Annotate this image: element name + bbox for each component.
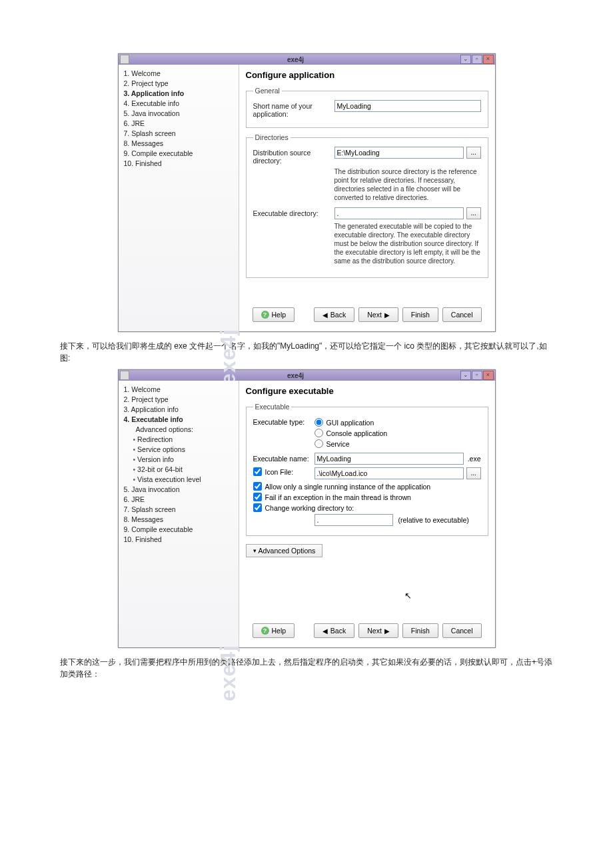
- back-button[interactable]: ◀Back: [314, 307, 354, 322]
- icon-file-checkbox[interactable]: Icon File:: [253, 467, 314, 476]
- wizard-sidebar: 1. Welcome 2. Project type 3. Applicatio…: [119, 65, 239, 331]
- step-32-64[interactable]: 32-bit or 64-bit: [133, 465, 233, 475]
- step-executable-info[interactable]: 4. Executable info: [124, 99, 233, 109]
- back-button[interactable]: ◀Back: [314, 623, 354, 638]
- page-title: Configure executable: [246, 386, 488, 396]
- minimize-icon[interactable]: ⌄: [460, 371, 471, 380]
- maximize-icon[interactable]: ▫: [472, 55, 482, 64]
- working-dir-input[interactable]: [314, 514, 393, 526]
- minimize-icon[interactable]: ⌄: [460, 55, 471, 64]
- close-icon[interactable]: ×: [483, 371, 494, 380]
- arrow-right-icon: ▶: [384, 311, 390, 319]
- executable-group: Executable Executable type: GUI applicat…: [246, 403, 488, 536]
- exe-dir-help: The generated executable will be copied …: [334, 222, 481, 265]
- step-messages[interactable]: 8. Messages: [124, 139, 233, 149]
- fail-exception-checkbox[interactable]: Fail if an exception in the main thread …: [253, 493, 481, 501]
- step-java-invocation[interactable]: 5. Java invocation: [124, 109, 233, 119]
- single-instance-checkbox[interactable]: Allow only a single running instance of …: [253, 482, 481, 491]
- step-splash[interactable]: 7. Splash screen: [124, 505, 233, 515]
- next-button[interactable]: Next▶: [358, 307, 398, 322]
- step-redirection[interactable]: Redirection: [133, 435, 233, 445]
- next-button[interactable]: Next▶: [358, 623, 398, 638]
- step-application-info[interactable]: 3. Application info: [124, 405, 233, 415]
- exe-suffix: .exe: [464, 453, 481, 463]
- cancel-button[interactable]: Cancel: [442, 623, 482, 638]
- radio-service-input[interactable]: [314, 439, 323, 448]
- exe-type-label: Executable type:: [253, 416, 314, 426]
- main-panel: Configure application General Short name…: [239, 65, 495, 331]
- wd-hint: (relative to executable): [393, 514, 469, 524]
- exe4j-watermark: exe4j: [217, 645, 241, 701]
- radio-gui[interactable]: GUI application: [314, 418, 481, 427]
- help-icon: ?: [261, 311, 269, 319]
- step-project-type[interactable]: 2. Project type: [124, 79, 233, 89]
- step-finished[interactable]: 10. Finished: [124, 159, 233, 169]
- short-name-input[interactable]: [334, 100, 481, 112]
- directories-group: Directories Distribution source director…: [246, 133, 488, 278]
- browse-icon-button[interactable]: ...: [466, 467, 481, 479]
- window-title: exe4j: [132, 372, 460, 379]
- exe-dir-label: Executable directory:: [253, 207, 334, 217]
- step-vista[interactable]: Vista execution level: [133, 475, 233, 485]
- step-messages[interactable]: 8. Messages: [124, 515, 233, 525]
- close-icon[interactable]: ×: [483, 55, 494, 64]
- page-title: Configure application: [246, 70, 488, 80]
- main-panel: Configure executable Executable Executab…: [239, 381, 495, 647]
- radio-console[interactable]: Console application: [314, 429, 481, 437]
- caption-1: 接下来，可以给我们即将生成的 exe 文件起一个名字，如我的"MyLoading…: [60, 340, 553, 364]
- change-wd-checkbox[interactable]: Change working directory to:: [253, 503, 481, 512]
- step-jre[interactable]: 6. JRE: [124, 495, 233, 505]
- cancel-button[interactable]: Cancel: [442, 307, 482, 322]
- wizard-window-2: exe4j ⌄ ▫ × 1. Welcome 2. Project type 3…: [118, 369, 496, 648]
- wizard-sidebar: 1. Welcome 2. Project type 3. Applicatio…: [119, 381, 239, 647]
- step-welcome[interactable]: 1. Welcome: [124, 69, 233, 79]
- browse-exe-button[interactable]: ...: [466, 207, 481, 219]
- finish-button[interactable]: Finish: [402, 623, 438, 638]
- help-icon: ?: [261, 627, 269, 635]
- arrow-left-icon: ◀: [322, 627, 328, 635]
- exe-name-input[interactable]: [314, 453, 464, 465]
- short-name-label: Short name of your application:: [253, 100, 334, 118]
- radio-service[interactable]: Service: [314, 439, 481, 448]
- button-bar: ?Help ◀Back Next▶ Finish Cancel: [246, 303, 488, 326]
- step-jre[interactable]: 6. JRE: [124, 119, 233, 129]
- maximize-icon[interactable]: ▫: [472, 371, 482, 380]
- wizard-window-1: exe4j ⌄ ▫ × 1. Welcome 2. Project type 3…: [118, 53, 496, 332]
- step-compile[interactable]: 9. Compile executable: [124, 149, 233, 159]
- exe-name-label: Executable name:: [253, 453, 314, 463]
- titlebar[interactable]: exe4j ⌄ ▫ ×: [119, 370, 495, 381]
- dist-dir-input[interactable]: [334, 147, 464, 159]
- icon-cb-input[interactable]: [253, 467, 262, 476]
- directories-legend: Directories: [253, 133, 291, 141]
- app-icon: [120, 55, 129, 64]
- step-compile[interactable]: 9. Compile executable: [124, 525, 233, 535]
- step-executable-info[interactable]: 4. Executable info: [124, 415, 233, 425]
- exe4j-watermark: exe4j: [217, 329, 241, 385]
- dist-dir-label: Distribution source directory:: [253, 147, 334, 165]
- general-legend: General: [253, 87, 282, 95]
- help-button[interactable]: ?Help: [253, 623, 295, 638]
- mouse-cursor-icon: ↖: [404, 591, 412, 601]
- step-finished[interactable]: 10. Finished: [124, 535, 233, 545]
- step-project-type[interactable]: 2. Project type: [124, 395, 233, 405]
- help-button[interactable]: ?Help: [253, 307, 295, 322]
- window-title: exe4j: [132, 56, 460, 63]
- radio-gui-input[interactable]: [314, 418, 323, 427]
- icon-file-input[interactable]: [314, 467, 464, 479]
- step-version-info[interactable]: Version info: [133, 455, 233, 465]
- advanced-options-label: Advanced options:: [136, 425, 233, 435]
- step-java-invocation[interactable]: 5. Java invocation: [124, 485, 233, 495]
- browse-dist-button[interactable]: ...: [466, 147, 481, 159]
- titlebar[interactable]: exe4j ⌄ ▫ ×: [119, 54, 495, 65]
- advanced-options-button[interactable]: Advanced Options: [246, 544, 323, 557]
- finish-button[interactable]: Finish: [402, 307, 438, 322]
- exe-dir-input[interactable]: [334, 207, 464, 219]
- button-bar: ?Help ◀Back Next▶ Finish Cancel: [246, 619, 488, 642]
- step-welcome[interactable]: 1. Welcome: [124, 385, 233, 395]
- arrow-right-icon: ▶: [384, 627, 390, 635]
- step-service-options[interactable]: Service options: [133, 445, 233, 455]
- step-splash[interactable]: 7. Splash screen: [124, 129, 233, 139]
- step-application-info[interactable]: 3. Application info: [124, 89, 233, 99]
- radio-console-input[interactable]: [314, 429, 323, 437]
- general-group: General Short name of your application:: [246, 87, 488, 128]
